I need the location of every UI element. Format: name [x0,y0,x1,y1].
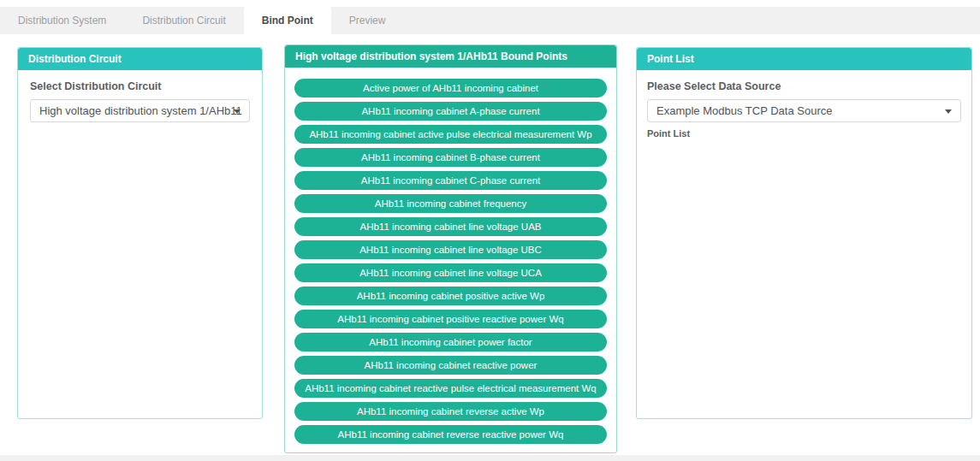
bound-point-pill[interactable]: AHb11 incoming cabinet positive active W… [294,287,607,305]
bound-point-pill[interactable]: AHb11 incoming cabinet frequency [294,194,607,213]
tab-preview[interactable]: Preview [331,7,404,34]
point-list-panel-title: Point List [637,48,971,70]
data-source-select-value: Example Modbus TCP Data Source [656,104,832,117]
bound-point-pill[interactable]: AHb11 incoming cabinet reactive pulse el… [294,379,607,398]
bound-point-pill[interactable]: AHb11 incoming cabinet line voltage UAB [294,217,607,236]
bound-point-pill[interactable]: AHb11 incoming cabinet positive reactive… [294,310,607,328]
bound-point-pill[interactable]: Active power of AHb11 incoming cabinet [294,79,607,98]
tab-distribution-system[interactable]: Distribution System [0,7,124,34]
distribution-circuit-panel: Distribution Circuit Select Distribution… [17,47,263,419]
tab-bar: Distribution SystemDistribution CircuitB… [0,7,980,34]
bound-point-pill[interactable]: AHb11 incoming cabinet C-phase current [294,171,607,190]
data-source-label: Please Select Data Source [647,80,961,92]
bound-point-pill[interactable]: AHb11 incoming cabinet A-phase current [294,102,607,121]
distribution-circuit-select-value: High voltage distribution system 1/AHb11 [39,104,242,117]
bound-point-pill[interactable]: AHb11 incoming cabinet line voltage UCA [294,263,607,282]
bound-point-pill[interactable]: AHb11 incoming cabinet reverse active Wp [294,402,607,421]
chevron-down-icon [945,109,952,114]
chevron-down-icon [234,109,241,114]
point-list-sublabel: Point List [647,128,961,139]
bound-point-pill[interactable]: AHb11 incoming cabinet active pulse elec… [294,125,607,144]
bound-points-panel: High voltage distribution system 1/AHb11… [284,44,617,453]
bound-point-pill[interactable]: AHb11 incoming cabinet B-phase current [294,148,607,167]
bound-point-pill[interactable]: AHb11 incoming cabinet reverse reactive … [294,425,607,444]
data-source-select[interactable]: Example Modbus TCP Data Source [647,99,961,122]
bound-point-pill[interactable]: AHb11 incoming cabinet power factor [294,333,607,352]
bound-point-pill[interactable]: AHb11 incoming cabinet line voltage UBC [294,240,607,259]
select-distribution-circuit-label: Select Distribution Circuit [30,80,250,92]
distribution-circuit-select[interactable]: High voltage distribution system 1/AHb11 [30,99,250,122]
bound-point-pill[interactable]: AHb11 incoming cabinet reactive power [294,356,607,375]
point-list-panel: Point List Please Select Data Source Exa… [636,47,972,419]
bound-points-list: Active power of AHb11 incoming cabinetAH… [285,68,616,453]
distribution-circuit-panel-title: Distribution Circuit [18,48,262,70]
page-bottom-strip [0,455,980,461]
tab-bind-point[interactable]: Bind Point [244,7,331,34]
bound-points-panel-title: High voltage distribution system 1/AHb11… [285,45,616,68]
tab-distribution-circuit[interactable]: Distribution Circuit [124,7,243,34]
